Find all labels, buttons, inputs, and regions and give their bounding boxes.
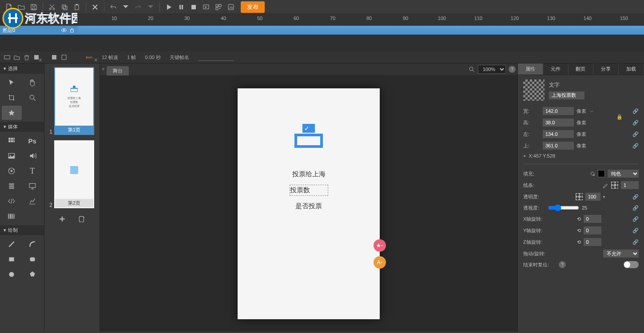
yrot-input[interactable] xyxy=(584,226,601,234)
star-badge-icon[interactable]: ★+ xyxy=(374,239,386,252)
add-layer-icon[interactable] xyxy=(4,54,11,61)
delete-icon[interactable] xyxy=(90,2,100,12)
ps-tool[interactable]: Ps xyxy=(23,134,43,148)
page-thumb-1[interactable]: 投票给上海 投票数 是否投票 第1页 xyxy=(54,67,94,135)
hand-tool[interactable] xyxy=(23,75,43,90)
rect-tool[interactable] xyxy=(2,252,22,266)
help-icon[interactable]: ? xyxy=(559,261,566,268)
undo-icon[interactable] xyxy=(108,2,119,12)
section-draw[interactable]: ▾ 绘制 xyxy=(0,225,44,235)
publish-button[interactable]: 发布 xyxy=(241,1,265,13)
list-tool[interactable] xyxy=(2,179,22,193)
code-tool[interactable] xyxy=(2,194,22,208)
polygon-tool[interactable] xyxy=(23,267,43,281)
pencil-icon[interactable] xyxy=(602,182,608,188)
stop-icon[interactable] xyxy=(188,2,199,12)
link-icon[interactable]: 🔗 xyxy=(632,131,639,137)
stroke-color-swatch[interactable] xyxy=(611,182,618,189)
preview-icon[interactable] xyxy=(201,2,211,12)
height-input[interactable] xyxy=(543,119,574,127)
drag-select[interactable]: 不允许 xyxy=(603,250,639,258)
audio-tool[interactable] xyxy=(23,149,43,163)
object-name-input[interactable] xyxy=(549,91,584,99)
tab-pageflip[interactable]: 翻页 xyxy=(568,63,594,75)
add-folder-icon[interactable] xyxy=(13,54,20,61)
grid-tool[interactable] xyxy=(2,134,22,148)
canvas-text-3[interactable]: 是否投票 xyxy=(295,202,322,210)
search-icon[interactable] xyxy=(468,66,475,73)
top-input[interactable] xyxy=(543,142,574,150)
lock-icon[interactable]: 🔒 xyxy=(616,114,623,120)
left-input[interactable] xyxy=(543,130,574,138)
frame-icon[interactable] xyxy=(51,54,58,61)
svg-text:河东软件园: 河东软件园 xyxy=(24,12,77,25)
stage-tab[interactable]: 舞台 xyxy=(107,66,129,75)
tab-component[interactable]: 元件 xyxy=(543,63,568,75)
svg-rect-12 xyxy=(216,4,218,7)
qrcode-icon[interactable] xyxy=(213,2,224,12)
tab-share[interactable]: 分享 xyxy=(593,63,619,75)
line-tool[interactable] xyxy=(2,237,22,251)
text-badge-icon[interactable]: A+ xyxy=(374,256,386,269)
timeline-ruler[interactable]: 102030405060708090100110120130140150 xyxy=(78,14,644,26)
fill-color-swatch[interactable] xyxy=(598,170,605,177)
duplicate-page-button[interactable] xyxy=(76,214,87,224)
help-icon[interactable]: ? xyxy=(509,66,516,73)
zrot-input[interactable] xyxy=(584,238,601,246)
width-input[interactable] xyxy=(543,107,574,115)
opacity-input[interactable] xyxy=(585,193,600,201)
add-page-button[interactable] xyxy=(57,214,68,224)
redo-icon[interactable] xyxy=(133,2,143,12)
fill-bucket-icon[interactable] xyxy=(589,170,595,177)
layer-track[interactable] xyxy=(78,26,644,35)
close-icon[interactable]: × xyxy=(39,56,42,63)
js-icon[interactable]: JS xyxy=(226,2,236,12)
tab-properties[interactable]: 属性 xyxy=(518,63,543,75)
ellipse-tool[interactable] xyxy=(2,267,22,281)
text-tool[interactable]: T xyxy=(23,164,43,178)
link-icon[interactable]: 🔗 xyxy=(632,120,639,126)
pointer-tool[interactable] xyxy=(2,75,22,90)
tab-load[interactable]: 加载 xyxy=(619,63,644,75)
chart-tool[interactable] xyxy=(23,194,43,208)
roundrect-tool[interactable] xyxy=(23,252,43,266)
play-icon[interactable] xyxy=(163,2,174,12)
zoom-tool[interactable] xyxy=(23,91,43,105)
star-tool[interactable] xyxy=(2,106,22,120)
opacity-swatch[interactable] xyxy=(576,193,583,200)
canvas-text-2-selected[interactable]: 投票数 xyxy=(290,185,328,196)
canvas-text-1[interactable]: 投票给上海 xyxy=(292,170,326,178)
video-tool[interactable] xyxy=(2,164,22,178)
link-icon[interactable]: 🔗 xyxy=(632,205,639,211)
undo-dropdown-icon[interactable] xyxy=(120,2,131,12)
redo-dropdown-icon[interactable] xyxy=(145,2,156,12)
link-icon[interactable]: 🔗 xyxy=(632,194,639,200)
stage-canvas[interactable]: ✓ 投票给上海 投票数 是否投票 ★+ A+ xyxy=(238,88,380,319)
page-thumb-2[interactable]: 第2页 xyxy=(54,140,94,208)
xrot-input[interactable] xyxy=(584,215,601,223)
slide-tool[interactable] xyxy=(23,179,43,193)
keyframe-name-input[interactable] xyxy=(198,54,234,61)
section-media[interactable]: ▾ 媒体 xyxy=(0,122,44,132)
link-icon[interactable]: 🔗 xyxy=(632,216,639,222)
crop-tool[interactable] xyxy=(2,91,22,105)
zoom-selector[interactable]: 100% xyxy=(478,65,506,74)
pause-icon[interactable] xyxy=(176,2,187,12)
link-icon[interactable]: 🔗 xyxy=(632,143,639,149)
section-select[interactable]: ▾ 选择 xyxy=(0,63,44,74)
barcode-tool[interactable] xyxy=(2,209,22,223)
image-tool[interactable] xyxy=(2,149,22,163)
curve-tool[interactable] xyxy=(23,237,43,251)
frame2-icon[interactable] xyxy=(60,54,68,61)
reset-toggle[interactable] xyxy=(624,261,639,268)
link-icon[interactable]: 🔗 xyxy=(632,239,639,245)
link-icon[interactable]: 🔗 xyxy=(632,108,639,114)
close-pages-icon[interactable]: × xyxy=(94,56,98,63)
perspective-value: 25 xyxy=(582,205,587,210)
perspective-slider[interactable] xyxy=(548,204,579,211)
fill-type-select[interactable]: 纯色 xyxy=(608,170,639,178)
stroke-width-input[interactable] xyxy=(621,181,639,189)
link-icon[interactable]: 🔗 xyxy=(632,228,639,234)
svg-rect-20 xyxy=(71,30,74,32)
trash-icon[interactable] xyxy=(23,54,30,61)
